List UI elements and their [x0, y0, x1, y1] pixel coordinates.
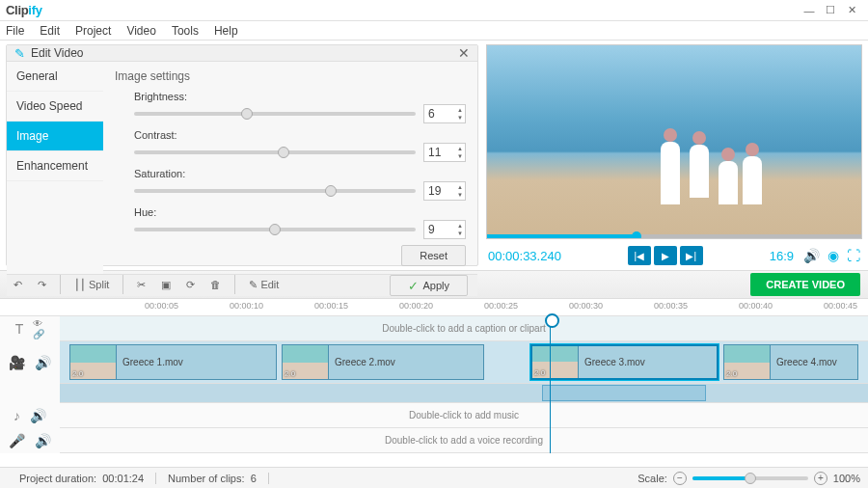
undo-button[interactable]: ↶	[8, 275, 28, 295]
camera-icon: 🎥	[9, 355, 25, 370]
audio-selection[interactable]	[542, 385, 706, 401]
slider-hue[interactable]	[134, 228, 416, 231]
menu-help[interactable]: Help	[214, 24, 238, 38]
clip-thumbnail: 2.0	[724, 345, 771, 379]
close-button[interactable]: ✕	[841, 2, 862, 19]
value-input-0[interactable]: 6▲▼	[423, 104, 466, 123]
text-icon: T	[15, 321, 24, 337]
timeline-ruler[interactable]: 00:00:0500:00:1000:00:1500:00:2000:00:25…	[0, 299, 868, 316]
aspect-ratio[interactable]: 16:9	[770, 249, 794, 263]
crop-button[interactable]: ▣	[155, 275, 176, 295]
minimize-button[interactable]: —	[799, 2, 820, 19]
track-audio-icon[interactable]: 🔊	[35, 433, 51, 448]
video-track[interactable]: 🎥🔊 2.0Greece 1.mov2.0Greece 2.mov2.0Gree…	[60, 341, 868, 384]
timeline: T👁🔗 Double-click to add a caption or cli…	[0, 316, 868, 453]
slider-label-3: Hue:	[115, 206, 466, 218]
volume-icon[interactable]: 🔊	[803, 248, 820, 263]
ruler-tick: 00:00:45	[824, 301, 857, 311]
slider-label-0: Brightness:	[115, 91, 466, 102]
reset-button[interactable]: Reset	[401, 245, 466, 266]
prev-frame-button[interactable]: |◀	[628, 246, 651, 265]
ruler-tick: 00:00:25	[484, 301, 518, 311]
music-icon: ♪	[14, 408, 20, 423]
zoom-slider[interactable]	[692, 476, 808, 480]
pencil-icon: ✎	[249, 279, 258, 291]
ruler-tick: 00:00:05	[145, 301, 178, 311]
video-preview[interactable]	[486, 44, 862, 239]
slider-label-2: Saturation:	[115, 168, 466, 179]
menu-video[interactable]: Video	[126, 24, 155, 38]
edit-video-panel: ✎ Edit Video ✕ GeneralVideo SpeedImageEn…	[6, 44, 478, 266]
next-frame-button[interactable]: ▶|	[680, 246, 703, 265]
ruler-tick: 00:00:15	[314, 301, 348, 311]
edit-tab-general[interactable]: General	[7, 62, 103, 92]
clip-label: Greece 1.mov	[117, 357, 276, 367]
track-audio-icon[interactable]: 🔊	[35, 355, 51, 370]
track-audio-icon[interactable]: 🔊	[30, 408, 46, 423]
edit-tab-video-speed[interactable]: Video Speed	[7, 92, 103, 122]
value-input-2[interactable]: 19▲▼	[423, 181, 466, 201]
menu-edit[interactable]: Edit	[40, 24, 60, 38]
clip-2[interactable]: 2.0Greece 2.mov	[282, 344, 484, 380]
clip-3[interactable]: 2.0Greece 3.mov	[530, 344, 719, 380]
app-logo: Clipify	[6, 3, 42, 17]
clip-label: Greece 2.mov	[329, 357, 483, 367]
playhead[interactable]	[550, 316, 551, 453]
menu-tools[interactable]: Tools	[172, 24, 199, 38]
split-button[interactable]: ⎮⎮Split	[68, 275, 115, 295]
edit-tab-enhancement[interactable]: Enhancement	[7, 151, 103, 181]
ruler-tick: 00:00:20	[399, 301, 433, 311]
slider-saturation[interactable]	[134, 189, 416, 193]
clip-thumbnail: 2.0	[283, 345, 329, 379]
slider-brightness[interactable]	[134, 112, 416, 116]
clip-label: Greece 3.mov	[579, 357, 717, 367]
redo-button[interactable]: ↷	[32, 275, 52, 295]
zoom-out-button[interactable]: −	[673, 472, 687, 485]
timecode: 00:00:33.240	[488, 249, 561, 263]
ruler-tick: 00:00:40	[739, 301, 773, 311]
snapshot-icon[interactable]: ◉	[827, 248, 839, 263]
clip-label: Greece 4.mov	[771, 357, 857, 367]
zoom-in-button[interactable]: +	[814, 472, 827, 485]
edit-tab-image[interactable]: Image	[7, 122, 103, 151]
clip-1[interactable]: 2.0Greece 1.mov	[69, 344, 277, 380]
ruler-tick: 00:00:30	[569, 301, 603, 311]
menubar: File Edit Project Video Tools Help	[0, 21, 868, 41]
value-input-1[interactable]: 11▲▼	[423, 143, 466, 162]
menu-project[interactable]: Project	[75, 24, 111, 38]
microphone-icon: 🎤	[9, 433, 25, 448]
edit-icon: ✎	[14, 46, 25, 61]
panel-title: Edit Video	[31, 46, 84, 60]
edit-button[interactable]: ✎Edit	[243, 275, 285, 295]
maximize-button[interactable]: ☐	[820, 2, 841, 19]
clip-count: 6	[251, 473, 257, 484]
split-icon: ⎮⎮	[74, 279, 86, 291]
clip-thumbnail: 2.0	[70, 345, 117, 379]
scale-label: Scale:	[637, 473, 667, 484]
slider-contrast[interactable]	[134, 150, 416, 154]
check-icon: ✓	[408, 279, 419, 293]
visibility-icon[interactable]: 👁🔗	[33, 318, 44, 339]
voice-track[interactable]: 🎤🔊 Double-click to add a voice recording	[60, 428, 868, 453]
settings-section-title: Image settings	[115, 69, 466, 83]
project-duration: 00:01:24	[102, 473, 144, 484]
video-audio-track[interactable]	[60, 384, 868, 403]
play-button[interactable]: ▶	[654, 246, 677, 265]
panel-close-button[interactable]: ✕	[458, 45, 470, 61]
zoom-percent: 100%	[833, 473, 860, 484]
preview-scrub-bar[interactable]	[487, 234, 861, 238]
clip-4[interactable]: 2.0Greece 4.mov	[723, 344, 858, 380]
status-bar: Project duration: 00:01:24 Number of cli…	[0, 467, 868, 488]
delete-button[interactable]: 🗑	[204, 275, 227, 294]
value-input-3[interactable]: 9▲▼	[423, 220, 466, 239]
caption-track[interactable]: T👁🔗 Double-click to add a caption or cli…	[60, 316, 868, 341]
rotate-button[interactable]: ⟳	[180, 275, 201, 295]
create-video-button[interactable]: CREATE VIDEO	[750, 273, 860, 296]
fullscreen-icon[interactable]: ⛶	[847, 248, 860, 263]
apply-button[interactable]: ✓Apply	[390, 275, 468, 296]
menu-file[interactable]: File	[6, 24, 24, 38]
music-track[interactable]: ♪🔊 Double-click to add music	[60, 403, 868, 428]
clip-thumbnail: 2.0	[532, 346, 579, 378]
slider-label-1: Contrast:	[115, 129, 466, 141]
cut-button[interactable]: ✂	[131, 275, 151, 295]
